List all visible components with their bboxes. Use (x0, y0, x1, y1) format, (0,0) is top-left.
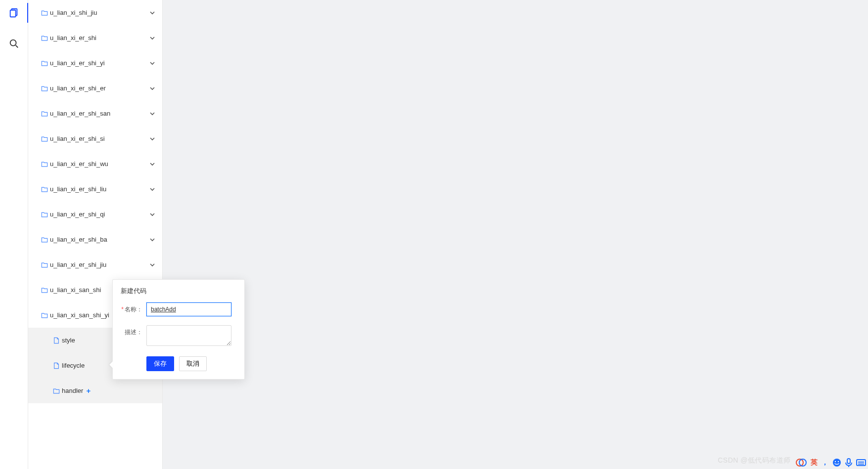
chevron-down-icon (148, 236, 156, 244)
tree-label: u_lian_xi_er_shi_qi (50, 211, 148, 218)
popover-title: 新建代码 (113, 280, 244, 300)
app-root: u_lian_xi_shi_jiu u_lian_xi_er_shi u_lia… (0, 0, 868, 469)
rail-search[interactable] (4, 34, 24, 53)
chevron-down-icon (148, 185, 156, 193)
folder-icon (41, 161, 48, 168)
folder-icon (41, 261, 48, 268)
svg-point-2 (10, 40, 16, 46)
tree-label: u_lian_xi_er_shi_liu (50, 185, 148, 193)
popover-body: *名称： 描述： 保存 取消 (113, 300, 244, 379)
folder-icon (41, 85, 48, 92)
ime-lang[interactable]: 英 (811, 458, 818, 467)
tree-folder[interactable]: u_lian_xi_er_shi_qi (28, 202, 162, 227)
tree-label: u_lian_xi_er_shi (50, 34, 148, 42)
plus-icon[interactable]: + (86, 386, 91, 395)
button-row: 保存 取消 (121, 356, 236, 371)
tree-folder[interactable]: u_lian_xi_er_shi_liu (28, 176, 162, 202)
nav-rail (0, 0, 28, 469)
folder-icon (41, 287, 48, 294)
folder-icon (53, 387, 60, 394)
svg-rect-9 (847, 459, 850, 464)
folder-icon (41, 211, 48, 218)
mic-icon[interactable] (845, 458, 852, 467)
ime-logo-icon[interactable] (796, 458, 807, 467)
svg-line-3 (16, 45, 18, 48)
folder-icon (41, 312, 48, 319)
ime-comma[interactable]: ， (822, 458, 828, 467)
ime-bar: 英 ， (796, 458, 866, 467)
tree-folder[interactable]: u_lian_xi_er_shi_er (28, 76, 162, 101)
folder-icon (41, 186, 48, 193)
chevron-down-icon (148, 135, 156, 143)
main-area (163, 0, 868, 469)
new-code-popover: 新建代码 *名称： 描述： 保存 取消 (112, 279, 245, 380)
folder-icon (41, 60, 48, 67)
keyboard-icon[interactable] (856, 459, 866, 466)
svg-rect-1 (10, 10, 16, 17)
desc-label: 描述： (121, 325, 146, 337)
tree-label: u_lian_xi_shi_jiu (50, 9, 148, 16)
form-row-desc: 描述： (121, 325, 236, 347)
save-button[interactable]: 保存 (146, 356, 174, 371)
tree-label: u_lian_xi_er_shi_yi (50, 59, 148, 67)
tree-folder[interactable]: u_lian_xi_er_shi (28, 25, 162, 50)
tree-label: u_lian_xi_er_shi_jiu (50, 261, 148, 268)
search-icon (8, 38, 19, 49)
rail-files[interactable] (0, 3, 29, 23)
tree-label: u_lian_xi_er_shi_ba (50, 236, 148, 243)
folder-icon (41, 110, 48, 117)
folder-icon (41, 35, 48, 42)
files-icon (8, 7, 19, 18)
tree-label: handler (62, 387, 83, 394)
folder-icon (41, 236, 48, 243)
tree-folder[interactable]: u_lian_xi_er_shi_san (28, 101, 162, 126)
file-icon (53, 337, 60, 344)
cancel-button[interactable]: 取消 (179, 356, 207, 371)
tree-folder[interactable]: u_lian_xi_er_shi_jiu (28, 252, 162, 277)
folder-icon (41, 9, 48, 16)
tree-folder-handler[interactable]: handler + (28, 378, 162, 403)
tree-label: u_lian_xi_er_shi_er (50, 85, 148, 92)
tree-folder[interactable]: u_lian_xi_er_shi_wu (28, 151, 162, 176)
sidebar: u_lian_xi_shi_jiu u_lian_xi_er_shi u_lia… (28, 0, 163, 469)
chevron-down-icon (148, 211, 156, 218)
chevron-down-icon (148, 59, 156, 67)
sidebar-scroll[interactable]: u_lian_xi_shi_jiu u_lian_xi_er_shi u_lia… (28, 0, 162, 469)
tree-folder[interactable]: u_lian_xi_er_shi_yi (28, 50, 162, 76)
tree-folder[interactable]: u_lian_xi_shi_jiu (28, 0, 162, 25)
tree-label: u_lian_xi_er_shi_wu (50, 160, 148, 168)
chevron-down-icon (148, 261, 156, 269)
form-row-name: *名称： (121, 302, 236, 316)
svg-point-7 (835, 461, 836, 462)
folder-icon (41, 135, 48, 142)
tree-folder[interactable]: u_lian_xi_er_shi_si (28, 126, 162, 151)
file-icon (53, 362, 60, 369)
tree-folder[interactable]: u_lian_xi_er_shi_ba (28, 227, 162, 252)
chevron-down-icon (148, 9, 156, 17)
chevron-down-icon (148, 34, 156, 42)
tree-label: u_lian_xi_er_shi_si (50, 135, 148, 142)
svg-point-8 (838, 461, 839, 462)
chevron-down-icon (148, 160, 156, 168)
tree-label: u_lian_xi_er_shi_san (50, 110, 148, 117)
svg-point-6 (833, 459, 841, 467)
name-input[interactable] (146, 302, 231, 316)
chevron-down-icon (148, 85, 156, 92)
smiley-icon[interactable] (832, 458, 841, 467)
name-label: *名称： (121, 302, 146, 314)
desc-textarea[interactable] (146, 325, 231, 346)
chevron-down-icon (148, 110, 156, 118)
